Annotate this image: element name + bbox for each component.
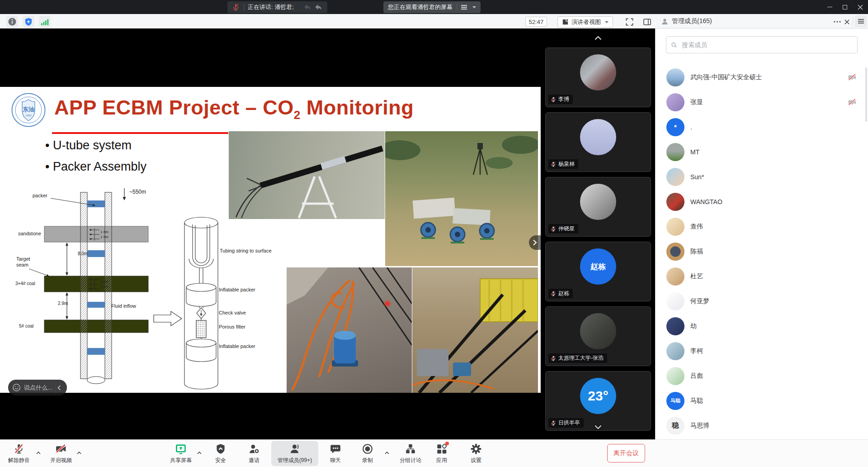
member-search-box[interactable] xyxy=(666,36,858,53)
participant-name: 赵栋 xyxy=(558,290,569,297)
member-row[interactable]: 马聪 马聪 xyxy=(656,388,868,413)
minimize-button[interactable] xyxy=(822,0,837,14)
close-window-button[interactable] xyxy=(853,0,868,14)
apps-button[interactable]: 应用 xyxy=(424,443,460,464)
video-tile[interactable]: 李博 xyxy=(545,48,651,107)
view-mode-label: 演讲者视图 xyxy=(571,18,601,26)
coal-34-layer xyxy=(44,276,148,292)
close-icon xyxy=(858,5,863,10)
invite-button[interactable]: 邀请 xyxy=(236,443,272,464)
member-row[interactable]: 吕彪 xyxy=(656,363,868,388)
person-icon xyxy=(661,18,669,25)
video-tile[interactable]: 仲晓星 xyxy=(545,177,651,237)
maximize-icon xyxy=(843,5,847,10)
members-panel: 武向强-中国矿大安全硕士 张显 xyxy=(655,29,868,467)
coal-5-layer xyxy=(44,320,148,333)
gap-1-label: 8.0m xyxy=(78,251,88,256)
forward-arrow-icon[interactable] xyxy=(314,3,323,12)
mic-options-button[interactable] xyxy=(35,451,42,455)
member-row[interactable]: MT xyxy=(656,139,868,164)
utube-schematic: Tubing string to surface Inflatable pack… xyxy=(153,212,284,393)
chat-quick-input[interactable]: 说点什么... xyxy=(8,380,67,396)
search-input[interactable] xyxy=(681,41,853,49)
manage-members-button[interactable]: 管理成员(99+) xyxy=(271,441,318,466)
logo-year: 1960 xyxy=(25,114,32,117)
member-avatar xyxy=(666,367,684,385)
settings-button[interactable]: 设置 xyxy=(458,443,494,464)
member-name: 陈福 xyxy=(690,248,703,256)
depth-label: ~550m xyxy=(129,189,146,195)
meeting-info-button[interactable] xyxy=(6,16,18,28)
speaking-indicator: 正在讲话: 潘哲君; xyxy=(227,1,327,13)
video-tile[interactable]: 太原理工大学-张浩 xyxy=(545,306,651,366)
video-tile[interactable]: 23° 日拱半卒 xyxy=(545,371,651,431)
check-valve-label: Check valve xyxy=(219,310,246,315)
video-tile[interactable]: 赵栋 赵栋 xyxy=(545,242,651,301)
member-row[interactable]: 稳 马思博 xyxy=(656,413,868,438)
security-button[interactable]: 安全 xyxy=(203,443,239,464)
titlebar: 正在讲话: 潘哲君; 您正在观看潘哲君的屏幕 xyxy=(0,0,868,14)
bullet-item: U-tube system xyxy=(45,135,146,156)
member-row[interactable]: Sun* xyxy=(656,164,868,189)
network-signal-indicator[interactable] xyxy=(39,16,51,28)
security-shield-icon xyxy=(215,443,226,455)
side-panel-toggle-button[interactable] xyxy=(642,17,652,27)
side-panel-icon xyxy=(643,18,651,26)
member-avatar xyxy=(666,68,684,86)
screen-options-menu-icon[interactable] xyxy=(461,5,467,10)
video-options-button[interactable] xyxy=(76,451,82,455)
muted-mic-icon xyxy=(232,3,240,11)
member-row[interactable]: 劫 xyxy=(656,314,868,338)
member-row[interactable]: 武向强-中国矿大安全硕士 xyxy=(656,65,868,90)
member-row[interactable]: * . xyxy=(656,114,868,139)
speaker-view-icon xyxy=(562,19,569,25)
photo-cable-bundle xyxy=(287,267,412,393)
member-name: 李柯 xyxy=(690,347,703,355)
scroll-up-button[interactable] xyxy=(594,34,602,42)
view-mode-button[interactable]: 演讲者视图 xyxy=(557,16,613,28)
fullscreen-button[interactable] xyxy=(624,17,634,27)
unmute-button[interactable]: 解除静音 xyxy=(1,443,37,464)
chat-button[interactable]: 聊天 xyxy=(317,443,354,464)
back-arrow-icon[interactable] xyxy=(303,3,312,12)
start-video-button[interactable]: 开启视频 xyxy=(43,443,79,464)
scroll-down-button[interactable] xyxy=(594,423,602,431)
muted-mic-icon xyxy=(550,355,557,362)
security-shield-button[interactable] xyxy=(23,16,34,28)
muted-mic-icon xyxy=(550,161,557,167)
panel-more-button[interactable] xyxy=(832,17,842,27)
member-row[interactable]: 查伟 xyxy=(656,214,868,239)
chat-bubble-icon xyxy=(330,443,341,455)
panel-menu-button[interactable] xyxy=(855,15,867,27)
participant-avatar xyxy=(580,184,616,220)
member-row[interactable]: 张显 xyxy=(656,90,868,114)
member-row[interactable]: 杜艺 xyxy=(656,264,868,289)
chevron-down-icon xyxy=(594,425,602,429)
panel-close-button[interactable] xyxy=(842,17,852,27)
watching-banner[interactable]: 您正在观看潘哲君的屏幕 xyxy=(383,1,481,13)
participant-name-badge: 李博 xyxy=(548,95,573,104)
participant-name-badge: 赵栋 xyxy=(548,289,573,298)
meeting-window: 正在讲话: 潘哲君; 您正在观看潘哲君的屏幕 xyxy=(0,0,868,467)
member-name: 马聪 xyxy=(690,397,703,405)
member-avatar xyxy=(666,243,684,261)
maximize-button[interactable] xyxy=(837,0,853,14)
participant-avatar xyxy=(580,119,616,155)
chat-collapse-button[interactable] xyxy=(56,382,63,393)
coal-5-label: 5# coal xyxy=(19,324,33,329)
member-row[interactable]: 陈福 xyxy=(656,239,868,264)
meeting-timer: 52:47 xyxy=(525,17,547,27)
share-options-button[interactable] xyxy=(196,451,203,455)
scrollbar-thumb[interactable] xyxy=(865,67,867,122)
record-button[interactable]: 录制 xyxy=(349,443,386,464)
member-row[interactable]: 李柯 xyxy=(656,338,868,363)
leave-meeting-button[interactable]: 离开会议 xyxy=(607,444,645,462)
share-screen-button[interactable]: 共享屏幕 xyxy=(163,443,199,464)
participant-name-badge: 仲晓星 xyxy=(548,224,578,234)
emoji-smiley-icon[interactable] xyxy=(12,383,21,392)
member-row[interactable]: WANGTAO xyxy=(656,189,868,214)
video-tile[interactable]: 杨泉林 xyxy=(545,112,651,172)
chat-placeholder: 说点什么... xyxy=(24,384,52,392)
member-row[interactable]: 何亚梦 xyxy=(656,289,868,314)
next-slide-button[interactable] xyxy=(529,235,541,250)
